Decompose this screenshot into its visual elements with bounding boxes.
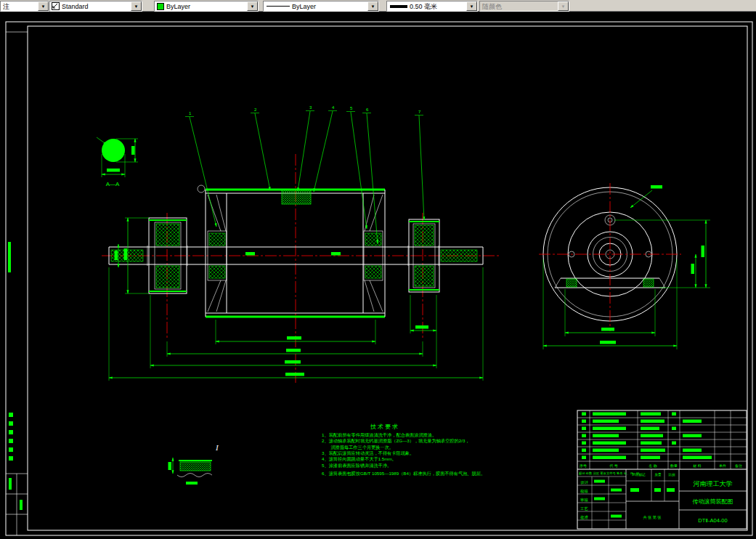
text-style-combo[interactable]: Standard ▼ [49,1,142,12]
svg-text:4: 4 [332,105,335,110]
dim-style-combo[interactable]: 注 ▼ [0,1,49,12]
section-label: A—A [106,181,120,187]
svg-text:批准: 批准 [580,515,588,520]
svg-text:名 称: 名 称 [649,463,657,468]
keyway-right [441,250,477,262]
section-detail-aa: A—A [97,137,138,187]
revision-header: 标记 处数 分区 更改文件号 签名 年、月、日 [579,471,639,476]
bom-headers: 序号 代 号 名 称 数量 材 料 单件 备注 [580,463,742,469]
svg-text:校核: 校核 [580,489,588,493]
lineweight-combo[interactable]: 0.50 毫米 ▼ [386,1,478,12]
svg-text:2、滚动轴承装配时填充钙基润滑脂（ZG—3），填充量为轴承空: 2、滚动轴承装配时填充钙基润滑脂（ZG—3），填充量为轴承空腔的2/3， [322,438,470,444]
pin-circle [198,185,205,192]
plotstyle-combo: 随颜色 ▼ [479,1,569,12]
svg-text:3: 3 [309,105,312,110]
svg-text:6、滚筒表面包胶按GB/T 10595—1989（B4）标准: 6、滚筒表面包胶按GB/T 10595—1989（B4）标准执行，胶面不得有气泡… [322,471,485,477]
organization-name: 河南理工大学 [694,480,733,487]
svg-text:2: 2 [254,108,257,112]
drawing-number: DTⅡ-A04-00 [698,517,727,524]
svg-text:备注: 备注 [735,463,742,468]
svg-text:7: 7 [418,110,421,114]
svg-text:5、涂漆前表面应除锈并清洗干净。: 5、涂漆前表面应除锈并清洗干净。 [322,463,391,469]
chevron-down-icon: ▼ [558,1,569,11]
title-block: 序号 代 号 名 称 数量 材 料 单件 备注 [577,410,747,529]
linetype-label: ByLayer [290,2,367,11]
end-view [539,183,710,349]
notes-title: 技术要求 [370,423,399,430]
svg-text:质量: 质量 [654,473,662,477]
chevron-down-icon[interactable]: ▼ [367,1,378,11]
technical-notes: 技术要求 1、装配前所有零件用煤油清洗干净，配合表面涂润滑油。 2、滚动轴承装配… [322,423,485,477]
drawing-canvas[interactable]: A—A [0,0,756,539]
drum-shell [198,185,385,317]
svg-text:4、滚筒径向圆跳动量不大于1.5mm。: 4、滚筒径向圆跳动量不大于1.5mm。 [322,456,397,462]
detail-label: I [215,443,219,452]
cad-application-window: 注 ▼ Standard ▼ ByLayer ▼ ByLayer ▼ 0.50 … [0,0,756,539]
linetype-combo[interactable]: ByLayer ▼ [263,1,379,12]
dim-style-icon [52,2,60,10]
dim-style-partial-label: 注 [1,2,38,11]
svg-text:代 号: 代 号 [609,463,617,468]
sheet-count: 共 张 第 张 [643,515,662,520]
chevron-down-icon[interactable]: ▼ [38,1,49,11]
svg-text:5: 5 [350,106,353,110]
svg-text:润滑脂每工作三个月更换一次。: 润滑脂每工作三个月更换一次。 [322,445,394,450]
svg-text:6: 6 [366,108,369,112]
svg-text:3、装配后滚筒应转动灵活，不得有卡阻现象。: 3、装配后滚筒应转动灵活，不得有卡阻现象。 [322,450,414,456]
svg-text:审核: 审核 [580,498,588,502]
bom-entry-bars [582,413,712,460]
color-swatch-icon [157,3,164,10]
chevron-down-icon[interactable]: ▼ [247,1,258,11]
stage-headers: 阶段标记 质量 比例 [632,472,675,477]
linetype-icon [267,6,290,7]
signature-labels: 设计 校核 审核 工艺 批准 [580,480,588,520]
plotstyle-label: 随颜色 [480,2,558,11]
svg-text:材 料: 材 料 [692,463,701,469]
svg-text:工艺: 工艺 [580,506,588,511]
svg-text:数量: 数量 [670,463,678,468]
color-label: ByLayer [164,2,247,11]
drawing-title: 传动滚筒装配图 [693,498,733,505]
svg-text:1、装配前所有零件用煤油清洗干净，配合表面涂润滑油。: 1、装配前所有零件用煤油清洗干净，配合表面涂润滑油。 [322,432,436,438]
svg-text:设计: 设计 [580,480,588,485]
lagging-hatch [282,190,311,204]
lineweight-icon [390,5,407,8]
detail-i: I [168,443,220,485]
svg-text:单件: 单件 [719,463,726,468]
chevron-down-icon[interactable]: ▼ [131,1,142,11]
svg-text:比例: 比例 [668,473,675,477]
lineweight-label: 0.50 毫米 [407,2,466,11]
svg-text:阶段标记: 阶段标记 [632,472,646,477]
svg-text:序号: 序号 [580,463,587,469]
main-assembly-view: 1 2 3 4 5 6 7 [102,105,500,383]
text-style-label: Standard [60,2,131,11]
chevron-down-icon[interactable]: ▼ [466,1,477,11]
section-circle [102,139,125,162]
properties-toolbar: 注 ▼ Standard ▼ ByLayer ▼ ByLayer ▼ 0.50 … [0,0,756,12]
color-combo[interactable]: ByLayer ▼ [154,1,259,12]
margin-annotations [8,242,23,510]
svg-text:1: 1 [189,111,192,115]
part-callouts: 1 2 3 4 5 6 7 [185,105,424,243]
